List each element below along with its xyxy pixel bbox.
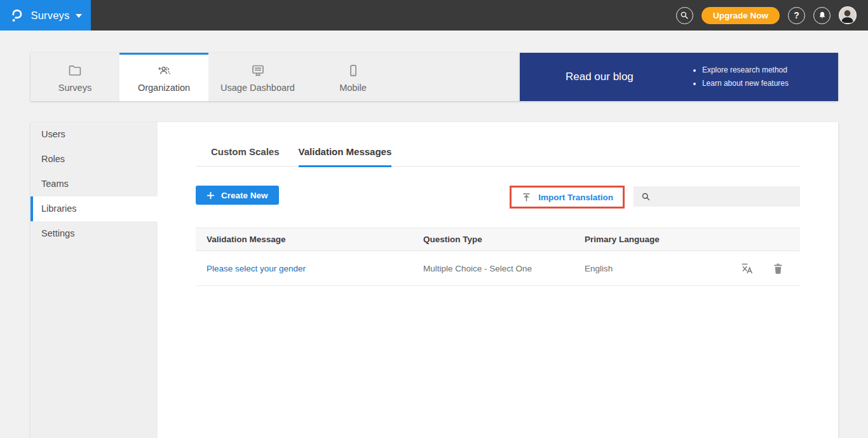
sidebar-item-users[interactable]: Users	[31, 122, 158, 147]
blog-banner[interactable]: Read our blog Explore research method Le…	[520, 53, 838, 101]
banner-bullets: Explore research method Learn about new …	[693, 64, 789, 90]
sidebar-item-settings[interactable]: Settings	[31, 221, 158, 246]
col-header-validation-message: Validation Message	[196, 228, 423, 251]
create-new-label: Create New	[221, 191, 268, 200]
questionpro-logo-icon	[9, 8, 25, 24]
upload-icon	[521, 192, 532, 203]
dashboard-icon	[250, 63, 266, 78]
libraries-content: Custom Scales Validation Messages Create…	[158, 122, 838, 438]
row-actions	[705, 251, 800, 286]
product-label: Surveys	[31, 10, 69, 22]
question-mark-icon: ?	[794, 10, 799, 20]
add-group-icon	[156, 63, 172, 78]
table-search[interactable]	[634, 186, 800, 207]
plus-icon	[207, 191, 215, 200]
header-actions: Upgrade Now ?	[676, 0, 868, 31]
tab-custom-scales[interactable]: Custom Scales	[211, 146, 280, 167]
chevron-down-icon	[76, 14, 82, 18]
translate-icon[interactable]	[740, 262, 754, 275]
import-translation-highlight: Import Translation	[510, 186, 625, 209]
nav-tab-organization[interactable]: Organization	[119, 53, 208, 101]
help-button[interactable]: ?	[788, 7, 805, 24]
validation-messages-table: Validation Message Question Type Primary…	[196, 228, 800, 286]
banner-title: Read our blog	[566, 71, 634, 83]
bell-icon	[818, 11, 827, 20]
col-header-actions	[705, 228, 800, 251]
table-row: Please select your gender Multiple Choic…	[196, 251, 800, 286]
nav-tab-label: Organization	[138, 83, 190, 93]
col-header-question-type: Question Type	[423, 228, 585, 251]
search-input[interactable]	[656, 186, 800, 207]
banner-bullet: Learn about new features	[702, 77, 789, 90]
nav-tab-usage-dashboard[interactable]: Usage Dashboard	[208, 53, 307, 101]
search-icon	[680, 11, 689, 20]
delete-icon[interactable]	[773, 263, 783, 275]
import-translation-button[interactable]: Import Translation	[512, 188, 623, 207]
table-header-row: Validation Message Question Type Primary…	[196, 228, 800, 251]
nav-tab-surveys[interactable]: Surveys	[31, 53, 119, 101]
banner-bullet: Explore research method	[702, 64, 789, 77]
validation-message-link[interactable]: Please select your gender	[207, 264, 306, 273]
nav-tab-mobile[interactable]: Mobile	[307, 53, 399, 101]
nav-row: Surveys Organization	[31, 53, 838, 101]
toolbar: Create New Import Translation	[196, 186, 800, 209]
mobile-icon	[346, 63, 361, 78]
library-tabs: Custom Scales Validation Messages	[196, 146, 800, 167]
top-header: Surveys Upgrade Now ?	[0, 0, 868, 31]
nav-tab-label: Mobile	[339, 83, 367, 93]
search-button[interactable]	[676, 7, 693, 24]
search-icon	[641, 192, 651, 202]
folder-icon	[67, 63, 83, 78]
main-card: Users Roles Teams Libraries Settings Cus…	[31, 122, 838, 438]
create-new-button[interactable]: Create New	[196, 186, 279, 205]
primary-language-cell: English	[585, 251, 705, 286]
notifications-button[interactable]	[813, 7, 831, 24]
nav-tab-label: Usage Dashboard	[220, 83, 295, 93]
import-translation-label: Import Translation	[538, 193, 613, 202]
sidebar-item-roles[interactable]: Roles	[31, 147, 158, 172]
sidebar-item-teams[interactable]: Teams	[31, 172, 158, 196]
avatar[interactable]	[839, 6, 857, 24]
product-switcher[interactable]: Surveys	[0, 0, 91, 31]
col-header-primary-language: Primary Language	[585, 228, 705, 251]
main-nav-tabs: Surveys Organization	[31, 53, 520, 101]
upgrade-button[interactable]: Upgrade Now	[702, 7, 780, 24]
tab-validation-messages[interactable]: Validation Messages	[299, 146, 392, 167]
settings-sidebar: Users Roles Teams Libraries Settings	[31, 122, 158, 438]
question-type-cell: Multiple Choice - Select One	[423, 251, 585, 286]
nav-tab-label: Surveys	[58, 83, 92, 93]
sidebar-item-libraries[interactable]: Libraries	[31, 196, 158, 221]
